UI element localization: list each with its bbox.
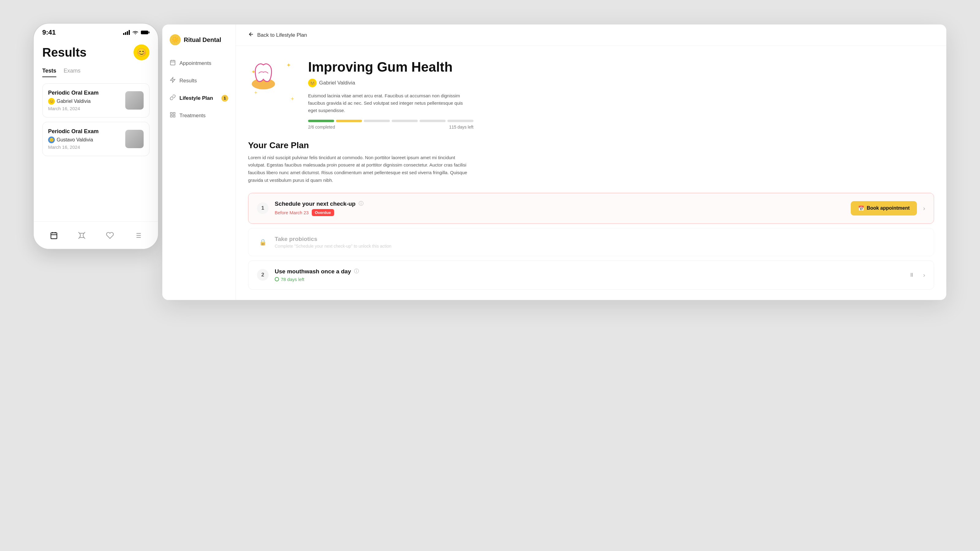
- exam-title-2: Periodic Oral Exam: [48, 128, 125, 135]
- action-days-2: 78 days left: [275, 277, 903, 282]
- exam-date-2: March 16, 2024: [48, 144, 125, 150]
- care-plan-section: Your Care Plan Lorem id nisl suscipit pu…: [236, 140, 946, 300]
- action-info-2: Use mouthwash once a day ⓘ 78 days left: [275, 268, 903, 282]
- lifestyle-icon: [170, 94, 176, 102]
- desktop-app: ☀️ Ritual Dental Appointments: [162, 24, 946, 300]
- info-icon-2: ⓘ: [354, 268, 359, 275]
- hero-title: Improving Gum Health: [308, 59, 934, 75]
- treatments-icon: [170, 112, 176, 119]
- action-chevron-1[interactable]: ›: [923, 205, 925, 212]
- action-card-2: 2 Use mouthwash once a day ⓘ 78 days lef…: [248, 260, 934, 290]
- exam-date-1: March 16, 2024: [48, 106, 125, 111]
- book-appointment-button[interactable]: 📅 Book appointment: [851, 201, 917, 216]
- phone-tabs: Tests Exams: [42, 68, 150, 77]
- nav-heart[interactable]: [104, 229, 116, 241]
- nav-calendar[interactable]: [48, 229, 60, 241]
- hero-image: ✦ ✦ + +: [248, 59, 297, 108]
- hero-user-row: 😊 Gabriel Valdivia: [308, 79, 934, 87]
- nav-dna[interactable]: [76, 229, 88, 241]
- action-title-1: Schedule your next check-up: [275, 200, 356, 207]
- progress-bar: [308, 120, 474, 122]
- svg-rect-22: [173, 113, 175, 114]
- logo-icon: ☀️: [170, 34, 181, 45]
- phone-frame: 9:41: [33, 23, 159, 249]
- action-number-1: 1: [257, 202, 269, 214]
- back-arrow-icon[interactable]: [248, 31, 254, 39]
- svg-rect-2: [127, 31, 128, 35]
- sidebar-item-appointments[interactable]: Appointments: [162, 55, 235, 71]
- progress-labels: 2/6 completed 115 days left: [308, 125, 474, 130]
- days-left-label: 78 days left: [281, 277, 304, 282]
- overdue-badge: Overdue: [312, 209, 334, 216]
- nav-list[interactable]: [132, 229, 144, 241]
- phone-status-bar: 9:41: [34, 24, 158, 37]
- sidebar-label-appointments: Appointments: [180, 60, 211, 67]
- sparkle-2: ✦: [251, 68, 256, 75]
- sidebar-item-treatments[interactable]: Treatments: [162, 108, 235, 124]
- exam-thumbnail-2: [125, 130, 144, 148]
- sparkle-1: ✦: [286, 62, 291, 68]
- action-info-1: Schedule your next check-up ⓘ Before Mar…: [275, 200, 845, 216]
- progress-section: 2/6 completed 115 days left: [308, 120, 474, 130]
- hero-section: ✦ ✦ + + Improving Gum Health 😊 Gabriel V…: [236, 46, 946, 140]
- svg-rect-1: [125, 32, 126, 35]
- back-link[interactable]: Back to Lifestyle Plan: [257, 32, 307, 38]
- sidebar-nav: Appointments Results: [162, 55, 235, 124]
- action-title-2: Use mouthwash once a day: [275, 268, 351, 275]
- phone-results-title: Results: [42, 46, 87, 59]
- back-bar: Back to Lifestyle Plan: [236, 24, 946, 46]
- book-icon: 📅: [858, 205, 864, 211]
- progress-seg-5: [420, 120, 445, 122]
- svg-rect-24: [173, 115, 175, 117]
- sidebar: ☀️ Ritual Dental Appointments: [162, 24, 236, 300]
- locked-subtitle: Complete "Schedule your next check-up" t…: [275, 244, 925, 249]
- svg-rect-4: [141, 30, 148, 34]
- user-name-2: Gustavo Valdivia: [57, 137, 93, 143]
- lock-icon: 🔒: [257, 236, 269, 248]
- logo-text: Ritual Dental: [184, 37, 221, 43]
- tab-tests[interactable]: Tests: [42, 68, 56, 77]
- action-number-2: 2: [257, 269, 269, 281]
- exam-card-2[interactable]: Periodic Oral Exam 🙂 Gustavo Valdivia Ma…: [42, 122, 150, 156]
- sidebar-label-results: Results: [180, 78, 197, 84]
- sidebar-logo: ☀️ Ritual Dental: [162, 34, 235, 55]
- action-subtitle-1: Before March 23: [275, 210, 309, 215]
- info-icon-1: ⓘ: [359, 200, 364, 207]
- progress-seg-4: [392, 120, 418, 122]
- svg-rect-5: [148, 32, 150, 33]
- progress-seg-2: [336, 120, 362, 122]
- sidebar-item-lifestyle-plan[interactable]: Lifestyle Plan 1: [162, 90, 235, 106]
- lifestyle-plan-badge: 1: [221, 95, 228, 102]
- wifi-icon: [132, 30, 138, 35]
- phone-header: Results 😊: [42, 44, 150, 60]
- user-avatar-2: 🙂: [48, 137, 55, 143]
- exam-card-1[interactable]: Periodic Oral Exam 😊 Gabriel Valdivia Ma…: [42, 83, 150, 118]
- action-chevron-2[interactable]: ›: [923, 272, 925, 279]
- sidebar-label-lifestyle-plan: Lifestyle Plan: [180, 95, 213, 101]
- main-content: Back to Lifestyle Plan ✦ ✦ +: [236, 24, 946, 300]
- progress-days-left-label: 115 days left: [449, 125, 474, 130]
- sidebar-label-treatments: Treatments: [180, 113, 205, 119]
- pause-icon[interactable]: ⏸: [909, 272, 915, 278]
- sparkle-3: +: [291, 96, 294, 102]
- svg-rect-0: [123, 33, 124, 35]
- svg-rect-6: [51, 233, 57, 239]
- signal-icon: [123, 30, 130, 35]
- phone-avatar: 😊: [134, 44, 150, 60]
- phone-status-icons: [123, 30, 150, 35]
- hero-user-name: Gabriel Valdivia: [319, 80, 355, 86]
- progress-seg-1: [308, 120, 334, 122]
- action-card-1: 1 Schedule your next check-up ⓘ Before M…: [248, 193, 934, 224]
- tab-exams[interactable]: Exams: [64, 68, 81, 77]
- progress-seg-3: [364, 120, 390, 122]
- progress-completed-label: 2/6 completed: [308, 125, 335, 130]
- hero-info: Improving Gum Health 😊 Gabriel Valdivia …: [308, 59, 934, 130]
- hero-user-avatar: 😊: [308, 79, 317, 87]
- user-name-1: Gabriel Valdivia: [57, 98, 91, 104]
- book-label: Book appointment: [867, 205, 910, 211]
- hero-description: Euismod lacinia vitae amet arcu erat. Fa…: [308, 92, 467, 114]
- sidebar-item-results[interactable]: Results: [162, 73, 235, 89]
- sparkle-4: +: [254, 90, 258, 96]
- locked-action-info: Take probiotics Complete "Schedule your …: [275, 236, 925, 249]
- svg-rect-3: [129, 30, 130, 35]
